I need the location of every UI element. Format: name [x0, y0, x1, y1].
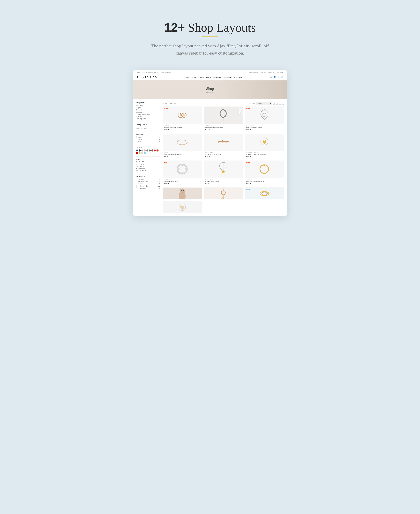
- product-category-5: BRACELETS: [205, 152, 241, 153]
- sidebar-item-earrings[interactable]: Earrings ›: [136, 111, 160, 113]
- sizes-heading[interactable]: Sizes: [136, 158, 160, 160]
- collection-middle-of-north[interactable]: Middle of North7: [136, 181, 160, 183]
- product-image-9[interactable]: SALE: [245, 161, 284, 178]
- material-bronze[interactable]: Bronze5: [136, 141, 160, 142]
- material-silver[interactable]: Silver7: [136, 139, 160, 140]
- svg-point-4: [220, 110, 226, 117]
- product-price-8: £79.00: [205, 183, 241, 184]
- product-image-4[interactable]: [163, 134, 202, 151]
- collection-originals[interactable]: Originals8: [136, 179, 160, 180]
- product-name-7[interactable]: Four-Leaf Clover Rings: [164, 180, 201, 182]
- color-orange-red[interactable]: [157, 149, 158, 151]
- categories-heading[interactable]: Categories: [136, 102, 160, 104]
- material-heading[interactable]: Material: [136, 134, 160, 135]
- color-green[interactable]: [149, 149, 151, 151]
- pricing-filter-heading[interactable]: Pricing Filter: [136, 124, 160, 126]
- product-name-4[interactable]: Kalvesna Diamond Twig Ring: [164, 154, 201, 155]
- collection-art-by-saviola[interactable]: Art by Saviola11: [136, 185, 160, 187]
- cart-icon[interactable]: 🛒: [281, 76, 283, 79]
- product-image-11[interactable]: [204, 188, 243, 199]
- color-black[interactable]: [139, 149, 141, 151]
- size-xl[interactable]: XL - 58 to 62: [136, 168, 160, 169]
- color-mauve[interactable]: [146, 149, 148, 151]
- product-name-3[interactable]: Birds of Paradise Pendant: [246, 127, 282, 128]
- product-image-12[interactable]: NEW: [245, 188, 284, 199]
- material-gold[interactable]: Gold8: [136, 136, 160, 138]
- color-red[interactable]: [154, 149, 156, 151]
- product-image-6[interactable]: [245, 134, 284, 151]
- color-gold[interactable]: [139, 152, 141, 154]
- services-link[interactable]: Services: [261, 71, 266, 73]
- product-name-1[interactable]: Circle of Light Heart Earrings: [164, 127, 201, 128]
- collection-royal-love[interactable]: Royal Love4: [136, 187, 160, 189]
- product-card-3: SALE NECKLACES Birds of Paradise Pendant: [245, 106, 284, 132]
- currency-selector[interactable]: USD: [142, 71, 145, 73]
- size-m[interactable]: M - 53 to 55: [136, 163, 160, 165]
- nav-features[interactable]: FEATURES: [213, 76, 221, 78]
- color-light-blue[interactable]: [144, 152, 146, 154]
- color-light-grey[interactable]: [141, 152, 143, 154]
- colors-heading[interactable]: Colors: [136, 147, 160, 149]
- product-image-13[interactable]: [163, 201, 202, 213]
- gift-cards-link[interactable]: Gift Cards: [277, 71, 283, 73]
- product-name-2[interactable]: Blue Stripes & Stone Bracelet: [205, 127, 241, 128]
- store-location-link[interactable]: Store Location: [249, 71, 258, 73]
- sort-select[interactable]: Default Price Low to High Price High to …: [256, 102, 272, 105]
- sidebar-item-rings[interactable]: Rings ›: [136, 107, 160, 109]
- product-card-1: SALE EARRINGS: [163, 106, 202, 132]
- search-icon[interactable]: 🔍: [270, 76, 272, 79]
- product-name-6[interactable]: Echoes Necklace Extension Piece: [246, 154, 282, 155]
- product-image-5[interactable]: [204, 134, 243, 151]
- nav-home[interactable]: HOME: [185, 76, 189, 78]
- nav-pages[interactable]: PAGES: [199, 76, 204, 78]
- product-price-6: £199.00: [246, 156, 282, 157]
- list-view[interactable]: ☰: [282, 102, 284, 105]
- lang-selector[interactable]: ENG: [137, 71, 140, 73]
- sidebar-item-necklaces[interactable]: Necklaces ›: [136, 105, 160, 106]
- color-pink[interactable]: [144, 149, 146, 151]
- grid-view-3[interactable]: ⊟: [276, 102, 278, 105]
- sidebar-item-charms[interactable]: Charms & Dangles ›: [136, 113, 160, 115]
- nav-buy-now[interactable]: BUY NOW: [234, 76, 242, 78]
- top-bar-left: ENG USD Need help? Call us: (+800) 1234 …: [137, 71, 171, 73]
- product-name-8[interactable]: Cross of Light Pendant: [205, 180, 241, 182]
- size-s[interactable]: S - 48 to 52: [136, 161, 160, 163]
- product-image-3[interactable]: SALE: [245, 107, 284, 124]
- subscribe-link[interactable]: Subscribe: [269, 71, 275, 73]
- product-name-9[interactable]: Love Both Engagement Ring: [246, 180, 282, 182]
- sidebar-divider-1: [136, 122, 160, 122]
- size-l[interactable]: L - 56 to 58: [136, 165, 160, 167]
- product-image-8[interactable]: [204, 161, 243, 178]
- nav-shop[interactable]: SHOP: [192, 76, 196, 78]
- wishlist-btn-2[interactable]: ♡: [239, 108, 242, 111]
- product-image-10[interactable]: [163, 188, 202, 199]
- color-grey[interactable]: [141, 149, 143, 151]
- color-dark-red[interactable]: [136, 152, 138, 154]
- hero-title: 12+ Shop Layouts: [7, 21, 413, 35]
- zoom-btn-2[interactable]: ⊕: [239, 111, 242, 114]
- color-brown-red[interactable]: [151, 149, 153, 151]
- nav-blog[interactable]: BLOG: [206, 76, 211, 78]
- sidebar-item-bracelets[interactable]: Bracelets ›: [136, 109, 160, 111]
- product-badge-7: 30%: [164, 162, 167, 164]
- grid-view-4[interactable]: ⊞: [273, 102, 275, 105]
- size-xxl[interactable]: XXL - 62 to 64: [136, 170, 160, 172]
- product-name-5[interactable]: Cross Stripes & Stone Bracelet: [205, 154, 241, 155]
- price-range-bar[interactable]: [136, 127, 160, 127]
- grid-view-2[interactable]: ≡: [279, 102, 281, 105]
- add-to-cart-2[interactable]: ADD TO CART: [205, 129, 241, 130]
- sidebar-item-watches[interactable]: Watches: [136, 116, 160, 117]
- collection-modern[interactable]: Modern3: [136, 183, 160, 185]
- product-info-6: CHARM & DANGLES Echoes Necklace Extensio…: [245, 151, 284, 159]
- product-image-1[interactable]: SALE: [163, 107, 202, 124]
- product-image-2[interactable]: ♡ ⊕: [204, 107, 243, 124]
- wishlist-icon[interactable]: ♡: [278, 76, 279, 79]
- nav-logo[interactable]: ALUKAS & CO: [137, 76, 157, 79]
- sidebar-item-uncategorized[interactable]: Uncategorized: [136, 118, 160, 120]
- product-image-7[interactable]: 30%: [163, 161, 202, 178]
- nav-elements[interactable]: ELEMENTS: [224, 76, 232, 78]
- user-icon[interactable]: 👤: [274, 76, 276, 79]
- collection-heading[interactable]: Collection: [136, 176, 160, 178]
- color-blue[interactable]: [136, 149, 138, 151]
- product-price-4: £39.00: [164, 156, 201, 157]
